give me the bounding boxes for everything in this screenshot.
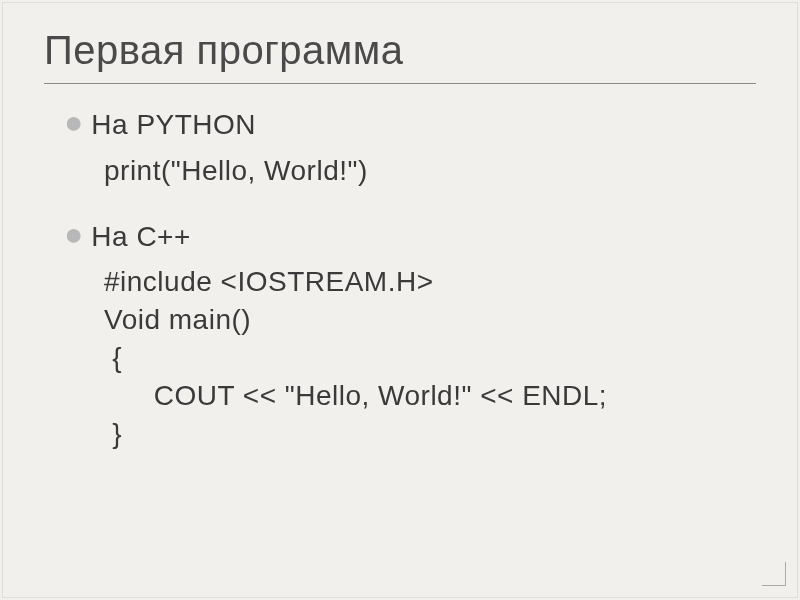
code-line: Void main() bbox=[104, 301, 756, 339]
bullet-label: На С++ bbox=[91, 218, 191, 256]
corner-decoration-icon bbox=[762, 562, 786, 586]
bullet-item: ● На PYTHON bbox=[64, 106, 756, 144]
code-line: { bbox=[104, 339, 756, 377]
code-block-cpp: #include <IOSTREAM.H> Void main() { COUT… bbox=[64, 263, 756, 452]
bullet-item: ● На С++ bbox=[64, 218, 756, 256]
slide-container: Первая программа ● На PYTHON print("Hell… bbox=[0, 0, 800, 600]
slide-title: Первая программа bbox=[44, 28, 756, 84]
bullet-dot-icon: ● bbox=[64, 218, 83, 250]
code-block-python: print("Hello, World!") bbox=[64, 152, 756, 190]
code-line: print("Hello, World!") bbox=[104, 152, 756, 190]
code-line: } bbox=[104, 415, 756, 453]
code-line: COUT << "Hello, World!" << ENDL; bbox=[104, 377, 756, 415]
slide-content: ● На PYTHON print("Hello, World!") ● На … bbox=[44, 106, 756, 452]
bullet-label: На PYTHON bbox=[91, 106, 256, 144]
code-line: #include <IOSTREAM.H> bbox=[104, 263, 756, 301]
bullet-dot-icon: ● bbox=[64, 106, 83, 138]
